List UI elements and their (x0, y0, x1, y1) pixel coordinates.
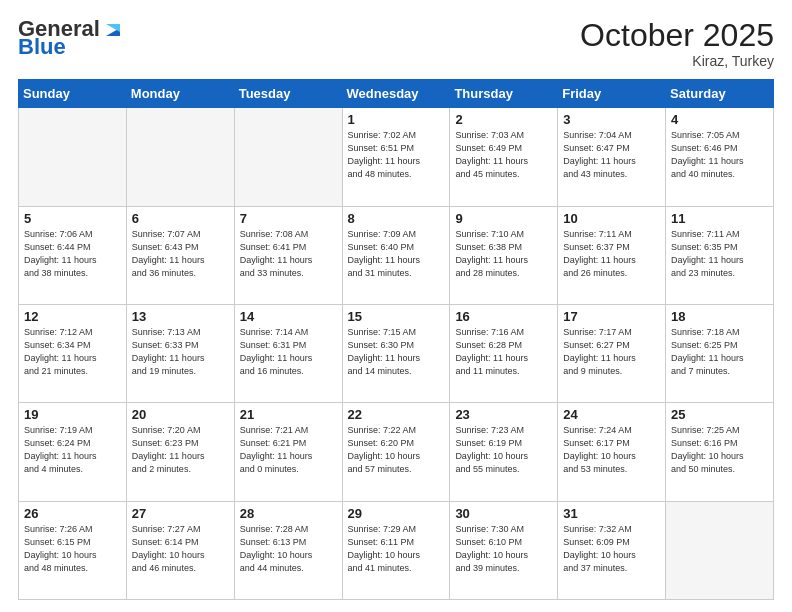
day-info: Sunrise: 7:11 AMSunset: 6:37 PMDaylight:… (563, 228, 660, 280)
calendar-cell: 18Sunrise: 7:18 AMSunset: 6:25 PMDayligh… (666, 304, 774, 402)
day-info: Sunrise: 7:03 AMSunset: 6:49 PMDaylight:… (455, 129, 552, 181)
col-header-monday: Monday (126, 80, 234, 108)
calendar-week-5: 26Sunrise: 7:26 AMSunset: 6:15 PMDayligh… (19, 501, 774, 599)
header: General Blue October 2025 Kiraz, Turkey (18, 18, 774, 69)
day-info: Sunrise: 7:26 AMSunset: 6:15 PMDaylight:… (24, 523, 121, 575)
calendar-cell: 7Sunrise: 7:08 AMSunset: 6:41 PMDaylight… (234, 206, 342, 304)
calendar-table: SundayMondayTuesdayWednesdayThursdayFrid… (18, 79, 774, 600)
page: General Blue October 2025 Kiraz, Turkey … (0, 0, 792, 612)
calendar-cell: 2Sunrise: 7:03 AMSunset: 6:49 PMDaylight… (450, 108, 558, 206)
calendar-cell (126, 108, 234, 206)
calendar-cell: 9Sunrise: 7:10 AMSunset: 6:38 PMDaylight… (450, 206, 558, 304)
day-info: Sunrise: 7:08 AMSunset: 6:41 PMDaylight:… (240, 228, 337, 280)
calendar-cell: 25Sunrise: 7:25 AMSunset: 6:16 PMDayligh… (666, 403, 774, 501)
day-info: Sunrise: 7:07 AMSunset: 6:43 PMDaylight:… (132, 228, 229, 280)
day-number: 3 (563, 112, 660, 127)
col-header-tuesday: Tuesday (234, 80, 342, 108)
calendar-cell: 17Sunrise: 7:17 AMSunset: 6:27 PMDayligh… (558, 304, 666, 402)
day-info: Sunrise: 7:23 AMSunset: 6:19 PMDaylight:… (455, 424, 552, 476)
day-info: Sunrise: 7:19 AMSunset: 6:24 PMDaylight:… (24, 424, 121, 476)
day-info: Sunrise: 7:04 AMSunset: 6:47 PMDaylight:… (563, 129, 660, 181)
day-info: Sunrise: 7:06 AMSunset: 6:44 PMDaylight:… (24, 228, 121, 280)
day-number: 29 (348, 506, 445, 521)
calendar-cell: 28Sunrise: 7:28 AMSunset: 6:13 PMDayligh… (234, 501, 342, 599)
calendar-cell: 8Sunrise: 7:09 AMSunset: 6:40 PMDaylight… (342, 206, 450, 304)
day-number: 14 (240, 309, 337, 324)
calendar-cell: 3Sunrise: 7:04 AMSunset: 6:47 PMDaylight… (558, 108, 666, 206)
day-info: Sunrise: 7:30 AMSunset: 6:10 PMDaylight:… (455, 523, 552, 575)
calendar-cell: 23Sunrise: 7:23 AMSunset: 6:19 PMDayligh… (450, 403, 558, 501)
day-number: 4 (671, 112, 768, 127)
day-number: 23 (455, 407, 552, 422)
calendar-cell: 30Sunrise: 7:30 AMSunset: 6:10 PMDayligh… (450, 501, 558, 599)
calendar-cell: 12Sunrise: 7:12 AMSunset: 6:34 PMDayligh… (19, 304, 127, 402)
day-number: 19 (24, 407, 121, 422)
day-info: Sunrise: 7:32 AMSunset: 6:09 PMDaylight:… (563, 523, 660, 575)
calendar-cell: 24Sunrise: 7:24 AMSunset: 6:17 PMDayligh… (558, 403, 666, 501)
calendar-cell: 5Sunrise: 7:06 AMSunset: 6:44 PMDaylight… (19, 206, 127, 304)
title-block: October 2025 Kiraz, Turkey (580, 18, 774, 69)
day-number: 31 (563, 506, 660, 521)
day-number: 26 (24, 506, 121, 521)
day-number: 24 (563, 407, 660, 422)
col-header-saturday: Saturday (666, 80, 774, 108)
calendar-week-2: 5Sunrise: 7:06 AMSunset: 6:44 PMDaylight… (19, 206, 774, 304)
day-info: Sunrise: 7:15 AMSunset: 6:30 PMDaylight:… (348, 326, 445, 378)
day-info: Sunrise: 7:02 AMSunset: 6:51 PMDaylight:… (348, 129, 445, 181)
day-number: 27 (132, 506, 229, 521)
day-info: Sunrise: 7:29 AMSunset: 6:11 PMDaylight:… (348, 523, 445, 575)
calendar-cell: 10Sunrise: 7:11 AMSunset: 6:37 PMDayligh… (558, 206, 666, 304)
calendar-cell: 14Sunrise: 7:14 AMSunset: 6:31 PMDayligh… (234, 304, 342, 402)
day-info: Sunrise: 7:09 AMSunset: 6:40 PMDaylight:… (348, 228, 445, 280)
calendar-cell: 6Sunrise: 7:07 AMSunset: 6:43 PMDaylight… (126, 206, 234, 304)
day-number: 10 (563, 211, 660, 226)
day-number: 8 (348, 211, 445, 226)
day-info: Sunrise: 7:25 AMSunset: 6:16 PMDaylight:… (671, 424, 768, 476)
day-info: Sunrise: 7:17 AMSunset: 6:27 PMDaylight:… (563, 326, 660, 378)
calendar-cell (234, 108, 342, 206)
day-number: 25 (671, 407, 768, 422)
day-number: 13 (132, 309, 229, 324)
day-info: Sunrise: 7:18 AMSunset: 6:25 PMDaylight:… (671, 326, 768, 378)
calendar-cell: 20Sunrise: 7:20 AMSunset: 6:23 PMDayligh… (126, 403, 234, 501)
day-number: 9 (455, 211, 552, 226)
day-number: 11 (671, 211, 768, 226)
day-info: Sunrise: 7:05 AMSunset: 6:46 PMDaylight:… (671, 129, 768, 181)
day-number: 2 (455, 112, 552, 127)
calendar-cell: 29Sunrise: 7:29 AMSunset: 6:11 PMDayligh… (342, 501, 450, 599)
calendar-cell: 1Sunrise: 7:02 AMSunset: 6:51 PMDaylight… (342, 108, 450, 206)
day-number: 16 (455, 309, 552, 324)
day-number: 18 (671, 309, 768, 324)
col-header-sunday: Sunday (19, 80, 127, 108)
calendar-cell (666, 501, 774, 599)
calendar-cell: 26Sunrise: 7:26 AMSunset: 6:15 PMDayligh… (19, 501, 127, 599)
day-info: Sunrise: 7:13 AMSunset: 6:33 PMDaylight:… (132, 326, 229, 378)
day-number: 15 (348, 309, 445, 324)
calendar-week-4: 19Sunrise: 7:19 AMSunset: 6:24 PMDayligh… (19, 403, 774, 501)
day-number: 5 (24, 211, 121, 226)
calendar-week-1: 1Sunrise: 7:02 AMSunset: 6:51 PMDaylight… (19, 108, 774, 206)
calendar-cell (19, 108, 127, 206)
month-title: October 2025 (580, 18, 774, 53)
day-number: 22 (348, 407, 445, 422)
logo-blue-text: Blue (18, 36, 66, 58)
day-number: 28 (240, 506, 337, 521)
calendar-week-3: 12Sunrise: 7:12 AMSunset: 6:34 PMDayligh… (19, 304, 774, 402)
day-info: Sunrise: 7:21 AMSunset: 6:21 PMDaylight:… (240, 424, 337, 476)
day-info: Sunrise: 7:27 AMSunset: 6:14 PMDaylight:… (132, 523, 229, 575)
day-info: Sunrise: 7:11 AMSunset: 6:35 PMDaylight:… (671, 228, 768, 280)
col-header-thursday: Thursday (450, 80, 558, 108)
calendar-cell: 27Sunrise: 7:27 AMSunset: 6:14 PMDayligh… (126, 501, 234, 599)
svg-marker-1 (106, 24, 120, 32)
calendar-cell: 19Sunrise: 7:19 AMSunset: 6:24 PMDayligh… (19, 403, 127, 501)
calendar-cell: 16Sunrise: 7:16 AMSunset: 6:28 PMDayligh… (450, 304, 558, 402)
day-info: Sunrise: 7:12 AMSunset: 6:34 PMDaylight:… (24, 326, 121, 378)
day-info: Sunrise: 7:14 AMSunset: 6:31 PMDaylight:… (240, 326, 337, 378)
day-number: 12 (24, 309, 121, 324)
col-header-wednesday: Wednesday (342, 80, 450, 108)
calendar-cell: 4Sunrise: 7:05 AMSunset: 6:46 PMDaylight… (666, 108, 774, 206)
logo-triangle-icon (102, 18, 124, 40)
day-info: Sunrise: 7:10 AMSunset: 6:38 PMDaylight:… (455, 228, 552, 280)
calendar-cell: 31Sunrise: 7:32 AMSunset: 6:09 PMDayligh… (558, 501, 666, 599)
location: Kiraz, Turkey (580, 53, 774, 69)
